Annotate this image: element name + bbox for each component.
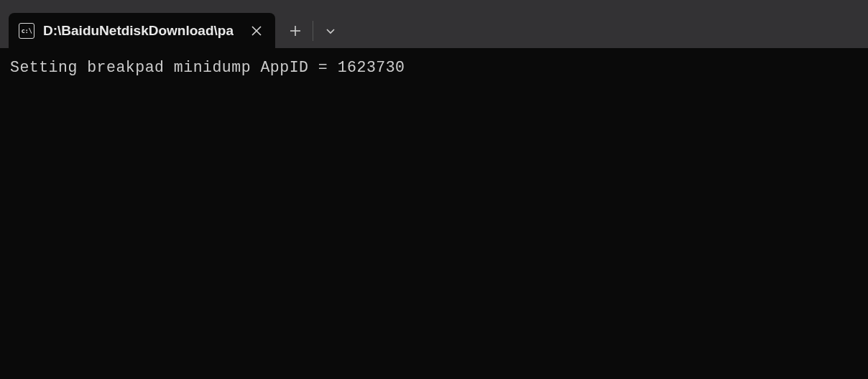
new-tab-button[interactable] (278, 17, 313, 45)
cmd-icon: c:\ (19, 23, 34, 39)
tab-actions (278, 13, 348, 48)
terminal-line: Setting breakpad minidump AppID = 162373… (10, 59, 405, 76)
chevron-down-icon (326, 26, 336, 36)
plus-icon (290, 26, 300, 36)
tab-dropdown-button[interactable] (313, 17, 348, 45)
title-bar: c:\ D:\BaiduNetdiskDownload\pa (0, 0, 868, 48)
close-icon (251, 26, 262, 36)
tab-title: D:\BaiduNetdiskDownload\pa (43, 23, 234, 39)
terminal-output[interactable]: Setting breakpad minidump AppID = 162373… (0, 48, 868, 88)
terminal-tab[interactable]: c:\ D:\BaiduNetdiskDownload\pa (9, 13, 275, 48)
tab-close-button[interactable] (248, 22, 265, 39)
